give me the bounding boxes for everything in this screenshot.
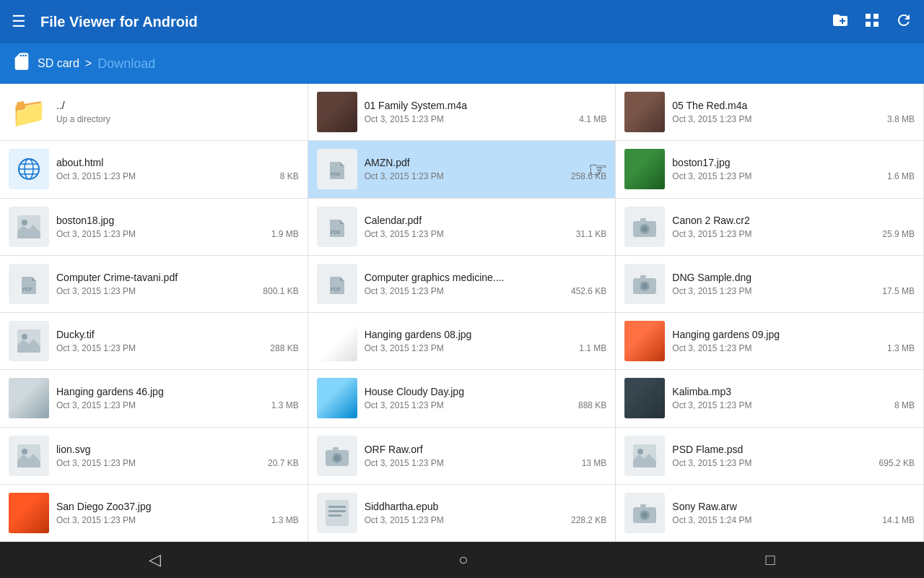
file-date: Oct 3, 2015 1:23 PM (56, 171, 136, 181)
file-thumbnail: PDF (317, 207, 357, 247)
grid-view-icon[interactable] (863, 12, 881, 33)
file-thumbnail (9, 378, 49, 418)
file-meta: Up a directory (56, 114, 299, 124)
file-date: Oct 3, 2015 1:23 PM (56, 400, 136, 410)
list-item[interactable]: PSD Flame.psd Oct 3, 2015 1:23 PM 695.2 … (616, 428, 924, 485)
file-info: boston18.jpg Oct 3, 2015 1:23 PM 1.9 MB (56, 215, 299, 239)
file-size: 1.3 MB (271, 515, 299, 525)
file-date: Oct 3, 2015 1:23 PM (365, 114, 444, 124)
file-date: Oct 3, 2015 1:23 PM (365, 286, 444, 296)
list-item[interactable]: Siddhartha.epub Oct 3, 2015 1:23 PM 228.… (308, 485, 616, 542)
list-item[interactable]: lion.svg Oct 3, 2015 1:23 PM 20.7 KB (0, 428, 308, 485)
file-size: 1.1 MB (579, 343, 606, 353)
list-item[interactable]: Canon 2 Raw.cr2 Oct 3, 2015 1:23 PM 25.9… (616, 199, 924, 256)
svg-text:PDF: PDF (22, 287, 32, 292)
list-item[interactable]: House Cloudy Day.jpg Oct 3, 2015 1:23 PM… (308, 370, 616, 427)
file-info: Sony Raw.arw Oct 3, 2015 1:24 PM 14.1 MB (672, 501, 915, 525)
file-thumbnail (317, 436, 357, 476)
file-thumbnail (624, 378, 665, 418)
recent-button[interactable]: □ (766, 551, 775, 569)
list-item[interactable]: PDF AMZN.pdf Oct 3, 2015 1:23 PM 258.6 K… (308, 141, 616, 198)
file-info: 01 Family System.m4a Oct 3, 2015 1:23 PM… (365, 100, 607, 124)
add-folder-icon[interactable] (832, 12, 849, 33)
back-button[interactable]: ◁ (149, 551, 161, 569)
breadcrumb-current-folder[interactable]: Download (97, 56, 155, 72)
file-info: boston17.jpg Oct 3, 2015 1:23 PM 1.6 MB (672, 157, 915, 181)
menu-icon[interactable]: ☰ (12, 12, 26, 31)
list-item[interactable]: DNG Sample.dng Oct 3, 2015 1:23 PM 17.5 … (616, 256, 924, 313)
file-info: Hanging gardens 09.jpg Oct 3, 2015 1:23 … (672, 329, 915, 353)
file-name: boston18.jpg (56, 215, 299, 226)
file-thumbnail (624, 149, 665, 189)
list-item[interactable]: boston18.jpg Oct 3, 2015 1:23 PM 1.9 MB (0, 199, 308, 256)
file-thumbnail (624, 321, 665, 361)
file-grid: 📁 ../ Up a directory 01 Family System.m4… (0, 84, 924, 542)
svg-text:PDF: PDF (331, 287, 341, 292)
list-item[interactable]: San Diego Zoo37.jpg Oct 3, 2015 1:23 PM … (0, 485, 308, 542)
file-thumbnail: PDF (317, 264, 357, 304)
file-name: lion.svg (56, 444, 299, 455)
file-name: Hanging gardens 08.jpg (365, 329, 607, 340)
breadcrumb-sdcard[interactable]: SD card (38, 57, 79, 70)
list-item[interactable]: 05 The Red.m4a Oct 3, 2015 1:23 PM 3.8 M… (616, 84, 924, 141)
list-item[interactable]: Hanging gardens 46.jpg Oct 3, 2015 1:23 … (0, 370, 308, 427)
list-item[interactable]: boston17.jpg Oct 3, 2015 1:23 PM 1.6 MB (616, 141, 924, 198)
file-date: Oct 3, 2015 1:23 PM (672, 400, 751, 410)
file-meta: Oct 3, 2015 1:23 PM 31.1 KB (365, 229, 607, 239)
file-meta: Oct 3, 2015 1:23 PM 258.6 KB (365, 171, 607, 181)
file-date: Oct 3, 2015 1:23 PM (56, 343, 136, 353)
file-name: DNG Sample.dng (672, 272, 915, 283)
file-meta: Oct 3, 2015 1:23 PM 8 KB (56, 171, 299, 181)
svg-text:PDF: PDF (331, 172, 341, 177)
file-size: 1.6 MB (887, 171, 915, 181)
svg-rect-14 (640, 218, 646, 221)
file-name: Sony Raw.arw (672, 501, 915, 512)
list-item[interactable]: ORF Raw.orf Oct 3, 2015 1:23 PM 13 MB (308, 428, 616, 485)
file-name: Kalimba.mp3 (672, 386, 915, 397)
list-item[interactable]: Hanging gardens 08.jpg Oct 3, 2015 1:23 … (308, 313, 616, 370)
list-item[interactable]: 📁 ../ Up a directory (0, 84, 308, 141)
file-date: Oct 3, 2015 1:23 PM (672, 114, 751, 124)
file-thumbnail (624, 264, 665, 304)
svg-point-24 (22, 334, 27, 340)
list-item[interactable]: about.html Oct 3, 2015 1:23 PM 8 KB (0, 141, 308, 198)
file-size: 8 KB (280, 171, 299, 181)
file-thumbnail (624, 92, 665, 132)
file-meta: Oct 3, 2015 1:23 PM 1.6 MB (672, 171, 915, 181)
file-name: Computer graphics medicine.... (365, 272, 607, 283)
svg-rect-33 (326, 500, 349, 526)
file-meta: Oct 3, 2015 1:23 PM 695.2 KB (672, 458, 915, 468)
file-size: 4.1 MB (579, 114, 606, 124)
file-size: 888 KB (578, 400, 606, 410)
svg-point-39 (642, 512, 648, 518)
list-item[interactable]: PDF Computer Crime-tavani.pdf Oct 3, 201… (0, 256, 308, 313)
file-size: 1.9 MB (271, 229, 299, 239)
file-info: Kalimba.mp3 Oct 3, 2015 1:23 PM 8 MB (672, 386, 915, 410)
list-item[interactable]: Hanging gardens 09.jpg Oct 3, 2015 1:23 … (616, 313, 924, 370)
header: ☰ File Viewer for Android (0, 0, 924, 43)
list-item[interactable]: Kalimba.mp3 Oct 3, 2015 1:23 PM 8 MB (616, 370, 924, 427)
file-date: Oct 3, 2015 1:23 PM (365, 400, 444, 410)
svg-rect-36 (328, 514, 341, 517)
refresh-icon[interactable] (895, 12, 912, 33)
list-item[interactable]: Ducky.tif Oct 3, 2015 1:23 PM 288 KB (0, 313, 308, 370)
file-name: 05 The Red.m4a (672, 100, 915, 111)
file-info: Computer Crime-tavani.pdf Oct 3, 2015 1:… (56, 272, 299, 296)
file-name: Hanging gardens 46.jpg (56, 386, 299, 397)
list-item[interactable]: Sony Raw.arw Oct 3, 2015 1:24 PM 14.1 MB (616, 485, 924, 542)
file-name: ORF Raw.orf (365, 444, 607, 455)
file-size: 13 MB (582, 458, 607, 468)
file-name: Ducky.tif (56, 329, 299, 340)
file-name: 01 Family System.m4a (365, 100, 607, 111)
file-meta: Oct 3, 2015 1:23 PM 17.5 MB (672, 286, 915, 296)
file-name: Computer Crime-tavani.pdf (56, 272, 299, 283)
home-button[interactable]: ○ (458, 551, 468, 569)
list-item[interactable]: PDF Computer graphics medicine.... Oct 3… (308, 256, 616, 313)
file-date: Oct 3, 2015 1:23 PM (365, 515, 444, 525)
svg-rect-30 (333, 447, 339, 450)
list-item[interactable]: PDF Calendar.pdf Oct 3, 2015 1:23 PM 31.… (308, 199, 616, 256)
file-name: about.html (56, 157, 299, 168)
file-thumbnail (9, 436, 49, 476)
list-item[interactable]: 01 Family System.m4a Oct 3, 2015 1:23 PM… (308, 84, 616, 141)
sd-card-icon (12, 51, 32, 76)
